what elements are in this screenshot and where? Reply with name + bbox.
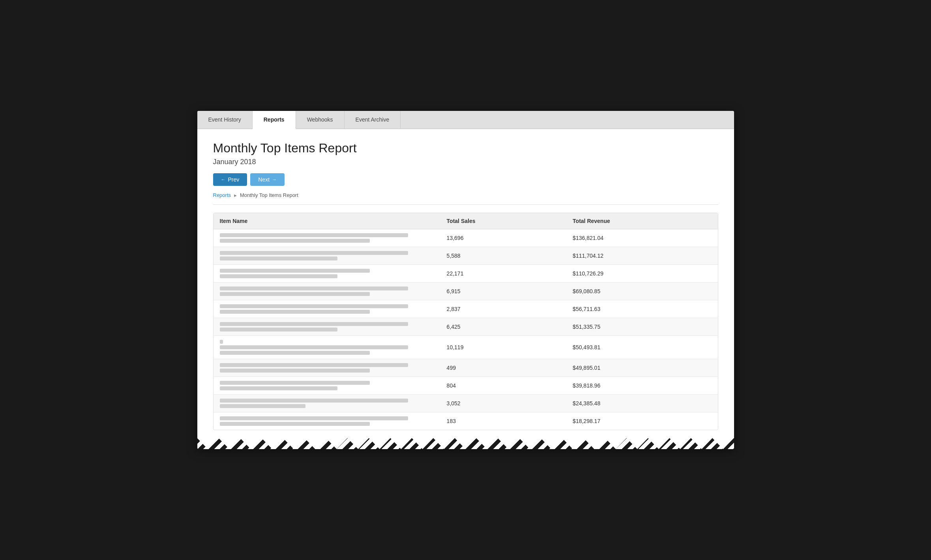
table-row: 10,119$50,493.81	[214, 336, 718, 359]
nav-buttons: ← Prev Next →	[213, 173, 718, 186]
tab-event-history[interactable]: Event History	[197, 111, 253, 129]
total-revenue-cell: $69,080.85	[566, 283, 717, 300]
next-arrow-icon: →	[272, 177, 277, 182]
placeholder-line	[220, 381, 370, 385]
placeholder-dot	[220, 340, 223, 344]
placeholder-line	[220, 269, 370, 273]
table-row: 2,837$56,711.63	[214, 300, 718, 318]
table-row: 6,425$51,335.75	[214, 318, 718, 336]
table-row: 183$18,298.17	[214, 412, 718, 430]
table-row: 13,696$136,821.04	[214, 229, 718, 247]
item-name-cell	[214, 336, 440, 359]
main-content: Monthly Top Items Report January 2018 ← …	[197, 129, 734, 438]
placeholder-line	[220, 351, 370, 355]
total-sales-cell: 499	[440, 359, 567, 377]
item-name-cell	[214, 300, 440, 318]
placeholder-line	[220, 310, 370, 314]
placeholder-line	[220, 274, 338, 278]
item-name-cell	[214, 395, 440, 412]
col-header-total-revenue: Total Revenue	[566, 213, 717, 229]
total-sales-cell: 10,119	[440, 336, 567, 359]
tab-bar: Event History Reports Webhooks Event Arc…	[197, 111, 734, 129]
item-name-cell	[214, 265, 440, 283]
item-name-cell	[214, 412, 440, 430]
placeholder-line	[220, 233, 408, 237]
placeholder-line	[220, 399, 408, 403]
breadcrumb-reports-link[interactable]: Reports	[213, 192, 231, 198]
prev-button[interactable]: ← Prev	[213, 173, 247, 186]
tab-webhooks[interactable]: Webhooks	[296, 111, 345, 129]
col-header-item-name: Item Name	[214, 213, 440, 229]
period-label: January 2018	[213, 158, 718, 166]
tab-event-archive[interactable]: Event Archive	[345, 111, 401, 129]
total-revenue-cell: $136,821.04	[566, 229, 717, 247]
table-header-row: Item Name Total Sales Total Revenue	[214, 213, 718, 229]
placeholder-line	[220, 404, 305, 408]
table-row: 5,588$111,704.12	[214, 247, 718, 265]
main-window: Event History Reports Webhooks Event Arc…	[197, 111, 734, 449]
total-sales-cell: 6,915	[440, 283, 567, 300]
placeholder-line	[220, 251, 408, 255]
item-name-cell	[214, 247, 440, 265]
placeholder-line	[220, 304, 408, 308]
total-sales-cell: 804	[440, 377, 567, 395]
prev-arrow-icon: ←	[221, 177, 226, 182]
placeholder-line	[220, 345, 408, 349]
col-header-total-sales: Total Sales	[440, 213, 567, 229]
tab-reports[interactable]: Reports	[253, 111, 296, 129]
placeholder-line	[220, 287, 408, 290]
total-revenue-cell: $24,385.48	[566, 395, 717, 412]
placeholder-line	[220, 322, 408, 326]
total-revenue-cell: $110,726.29	[566, 265, 717, 283]
table-row: 3,052$24,385.48	[214, 395, 718, 412]
placeholder-line	[220, 422, 370, 426]
placeholder-line	[220, 328, 338, 332]
table-row: 804$39,818.96	[214, 377, 718, 395]
item-name-cell	[214, 229, 440, 247]
item-name-cell	[214, 318, 440, 336]
report-table-container: Item Name Total Sales Total Revenue 13,6…	[213, 213, 718, 430]
placeholder-line	[220, 257, 338, 260]
table-row: 22,171$110,726.29	[214, 265, 718, 283]
total-revenue-cell: $56,711.63	[566, 300, 717, 318]
table-row: 6,915$69,080.85	[214, 283, 718, 300]
total-revenue-cell: $18,298.17	[566, 412, 717, 430]
placeholder-line	[220, 239, 370, 243]
total-revenue-cell: $111,704.12	[566, 247, 717, 265]
table-row: 499$49,895.01	[214, 359, 718, 377]
page-title: Monthly Top Items Report	[213, 141, 718, 155]
total-sales-cell: 13,696	[440, 229, 567, 247]
total-sales-cell: 2,837	[440, 300, 567, 318]
total-sales-cell: 3,052	[440, 395, 567, 412]
total-revenue-cell: $51,335.75	[566, 318, 717, 336]
total-revenue-cell: $49,895.01	[566, 359, 717, 377]
item-name-cell	[214, 359, 440, 377]
next-button[interactable]: Next →	[250, 173, 285, 186]
placeholder-line	[220, 369, 370, 373]
report-table: Item Name Total Sales Total Revenue 13,6…	[214, 213, 718, 430]
torn-edge-decoration	[197, 438, 734, 449]
total-revenue-cell: $50,493.81	[566, 336, 717, 359]
item-name-cell	[214, 283, 440, 300]
total-sales-cell: 183	[440, 412, 567, 430]
item-name-cell	[214, 377, 440, 395]
total-sales-cell: 5,588	[440, 247, 567, 265]
placeholder-line	[220, 292, 370, 296]
total-sales-cell: 22,171	[440, 265, 567, 283]
breadcrumb-separator: ►	[233, 193, 238, 198]
placeholder-line	[220, 416, 408, 420]
total-revenue-cell: $39,818.96	[566, 377, 717, 395]
placeholder-line	[220, 386, 338, 390]
breadcrumb-current: Monthly Top Items Report	[240, 192, 298, 198]
placeholder-line	[220, 363, 408, 367]
total-sales-cell: 6,425	[440, 318, 567, 336]
breadcrumb: Reports ► Monthly Top Items Report	[213, 192, 718, 205]
